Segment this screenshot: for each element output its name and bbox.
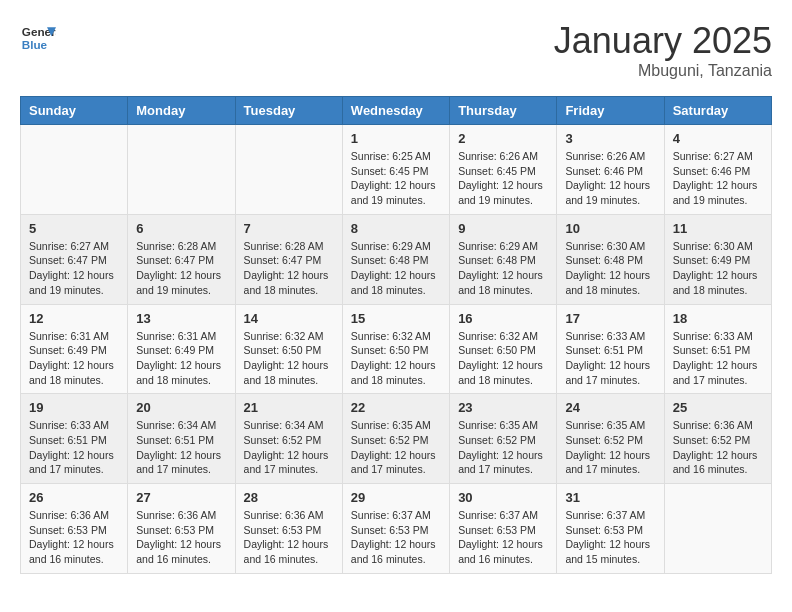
location: Mbuguni, Tanzania (554, 62, 772, 80)
day-info: Sunrise: 6:32 AM Sunset: 6:50 PM Dayligh… (351, 329, 441, 388)
day-number: 9 (458, 221, 548, 236)
day-info: Sunrise: 6:37 AM Sunset: 6:53 PM Dayligh… (351, 508, 441, 567)
calendar-day-header: Thursday (450, 97, 557, 125)
day-info: Sunrise: 6:29 AM Sunset: 6:48 PM Dayligh… (351, 239, 441, 298)
calendar-cell: 1Sunrise: 6:25 AM Sunset: 6:45 PM Daylig… (342, 125, 449, 215)
calendar-day-header: Tuesday (235, 97, 342, 125)
calendar-cell: 20Sunrise: 6:34 AM Sunset: 6:51 PM Dayli… (128, 394, 235, 484)
day-number: 6 (136, 221, 226, 236)
calendar-cell: 6Sunrise: 6:28 AM Sunset: 6:47 PM Daylig… (128, 214, 235, 304)
day-info: Sunrise: 6:30 AM Sunset: 6:48 PM Dayligh… (565, 239, 655, 298)
day-number: 31 (565, 490, 655, 505)
calendar-header-row: SundayMondayTuesdayWednesdayThursdayFrid… (21, 97, 772, 125)
day-info: Sunrise: 6:37 AM Sunset: 6:53 PM Dayligh… (458, 508, 548, 567)
calendar-day-header: Sunday (21, 97, 128, 125)
day-info: Sunrise: 6:29 AM Sunset: 6:48 PM Dayligh… (458, 239, 548, 298)
calendar-cell: 2Sunrise: 6:26 AM Sunset: 6:45 PM Daylig… (450, 125, 557, 215)
calendar-cell: 10Sunrise: 6:30 AM Sunset: 6:48 PM Dayli… (557, 214, 664, 304)
calendar-day-header: Wednesday (342, 97, 449, 125)
day-number: 23 (458, 400, 548, 415)
calendar-cell: 7Sunrise: 6:28 AM Sunset: 6:47 PM Daylig… (235, 214, 342, 304)
calendar-cell: 17Sunrise: 6:33 AM Sunset: 6:51 PM Dayli… (557, 304, 664, 394)
day-info: Sunrise: 6:36 AM Sunset: 6:53 PM Dayligh… (136, 508, 226, 567)
day-info: Sunrise: 6:30 AM Sunset: 6:49 PM Dayligh… (673, 239, 763, 298)
day-number: 12 (29, 311, 119, 326)
day-info: Sunrise: 6:34 AM Sunset: 6:52 PM Dayligh… (244, 418, 334, 477)
day-number: 21 (244, 400, 334, 415)
calendar-cell: 19Sunrise: 6:33 AM Sunset: 6:51 PM Dayli… (21, 394, 128, 484)
title-area: January 2025 Mbuguni, Tanzania (554, 20, 772, 80)
day-number: 5 (29, 221, 119, 236)
day-number: 18 (673, 311, 763, 326)
logo: General Blue (20, 20, 56, 56)
day-number: 14 (244, 311, 334, 326)
calendar-cell: 15Sunrise: 6:32 AM Sunset: 6:50 PM Dayli… (342, 304, 449, 394)
calendar-cell: 23Sunrise: 6:35 AM Sunset: 6:52 PM Dayli… (450, 394, 557, 484)
calendar-cell: 16Sunrise: 6:32 AM Sunset: 6:50 PM Dayli… (450, 304, 557, 394)
calendar-cell: 18Sunrise: 6:33 AM Sunset: 6:51 PM Dayli… (664, 304, 771, 394)
calendar-week-row: 12Sunrise: 6:31 AM Sunset: 6:49 PM Dayli… (21, 304, 772, 394)
day-number: 16 (458, 311, 548, 326)
svg-text:Blue: Blue (22, 38, 48, 51)
day-info: Sunrise: 6:31 AM Sunset: 6:49 PM Dayligh… (136, 329, 226, 388)
page-header: General Blue January 2025 Mbuguni, Tanza… (20, 20, 772, 80)
calendar-cell: 27Sunrise: 6:36 AM Sunset: 6:53 PM Dayli… (128, 484, 235, 574)
calendar-cell: 25Sunrise: 6:36 AM Sunset: 6:52 PM Dayli… (664, 394, 771, 484)
day-info: Sunrise: 6:28 AM Sunset: 6:47 PM Dayligh… (244, 239, 334, 298)
calendar-week-row: 1Sunrise: 6:25 AM Sunset: 6:45 PM Daylig… (21, 125, 772, 215)
day-info: Sunrise: 6:36 AM Sunset: 6:53 PM Dayligh… (244, 508, 334, 567)
day-info: Sunrise: 6:36 AM Sunset: 6:52 PM Dayligh… (673, 418, 763, 477)
day-info: Sunrise: 6:37 AM Sunset: 6:53 PM Dayligh… (565, 508, 655, 567)
day-number: 2 (458, 131, 548, 146)
calendar-cell: 26Sunrise: 6:36 AM Sunset: 6:53 PM Dayli… (21, 484, 128, 574)
day-info: Sunrise: 6:35 AM Sunset: 6:52 PM Dayligh… (458, 418, 548, 477)
day-info: Sunrise: 6:27 AM Sunset: 6:46 PM Dayligh… (673, 149, 763, 208)
calendar-cell (664, 484, 771, 574)
calendar-day-header: Saturday (664, 97, 771, 125)
calendar-cell: 13Sunrise: 6:31 AM Sunset: 6:49 PM Dayli… (128, 304, 235, 394)
day-info: Sunrise: 6:25 AM Sunset: 6:45 PM Dayligh… (351, 149, 441, 208)
day-number: 4 (673, 131, 763, 146)
day-info: Sunrise: 6:34 AM Sunset: 6:51 PM Dayligh… (136, 418, 226, 477)
day-number: 30 (458, 490, 548, 505)
calendar-day-header: Friday (557, 97, 664, 125)
day-number: 22 (351, 400, 441, 415)
logo-icon: General Blue (20, 20, 56, 56)
calendar-cell: 28Sunrise: 6:36 AM Sunset: 6:53 PM Dayli… (235, 484, 342, 574)
day-info: Sunrise: 6:33 AM Sunset: 6:51 PM Dayligh… (565, 329, 655, 388)
day-number: 19 (29, 400, 119, 415)
day-number: 29 (351, 490, 441, 505)
day-number: 3 (565, 131, 655, 146)
calendar-cell (128, 125, 235, 215)
day-number: 25 (673, 400, 763, 415)
day-number: 11 (673, 221, 763, 236)
calendar-cell: 4Sunrise: 6:27 AM Sunset: 6:46 PM Daylig… (664, 125, 771, 215)
calendar-cell: 22Sunrise: 6:35 AM Sunset: 6:52 PM Dayli… (342, 394, 449, 484)
month-title: January 2025 (554, 20, 772, 62)
day-info: Sunrise: 6:26 AM Sunset: 6:46 PM Dayligh… (565, 149, 655, 208)
calendar-cell: 8Sunrise: 6:29 AM Sunset: 6:48 PM Daylig… (342, 214, 449, 304)
calendar-week-row: 26Sunrise: 6:36 AM Sunset: 6:53 PM Dayli… (21, 484, 772, 574)
calendar-cell: 31Sunrise: 6:37 AM Sunset: 6:53 PM Dayli… (557, 484, 664, 574)
calendar-day-header: Monday (128, 97, 235, 125)
day-number: 10 (565, 221, 655, 236)
calendar-cell (235, 125, 342, 215)
day-number: 15 (351, 311, 441, 326)
day-number: 27 (136, 490, 226, 505)
day-info: Sunrise: 6:32 AM Sunset: 6:50 PM Dayligh… (244, 329, 334, 388)
calendar-cell: 24Sunrise: 6:35 AM Sunset: 6:52 PM Dayli… (557, 394, 664, 484)
day-info: Sunrise: 6:35 AM Sunset: 6:52 PM Dayligh… (565, 418, 655, 477)
calendar-cell: 3Sunrise: 6:26 AM Sunset: 6:46 PM Daylig… (557, 125, 664, 215)
calendar-cell (21, 125, 128, 215)
day-number: 24 (565, 400, 655, 415)
day-info: Sunrise: 6:31 AM Sunset: 6:49 PM Dayligh… (29, 329, 119, 388)
calendar-week-row: 5Sunrise: 6:27 AM Sunset: 6:47 PM Daylig… (21, 214, 772, 304)
calendar-cell: 21Sunrise: 6:34 AM Sunset: 6:52 PM Dayli… (235, 394, 342, 484)
day-number: 8 (351, 221, 441, 236)
day-info: Sunrise: 6:36 AM Sunset: 6:53 PM Dayligh… (29, 508, 119, 567)
day-number: 7 (244, 221, 334, 236)
calendar-cell: 9Sunrise: 6:29 AM Sunset: 6:48 PM Daylig… (450, 214, 557, 304)
calendar-cell: 11Sunrise: 6:30 AM Sunset: 6:49 PM Dayli… (664, 214, 771, 304)
calendar-cell: 5Sunrise: 6:27 AM Sunset: 6:47 PM Daylig… (21, 214, 128, 304)
day-info: Sunrise: 6:33 AM Sunset: 6:51 PM Dayligh… (29, 418, 119, 477)
